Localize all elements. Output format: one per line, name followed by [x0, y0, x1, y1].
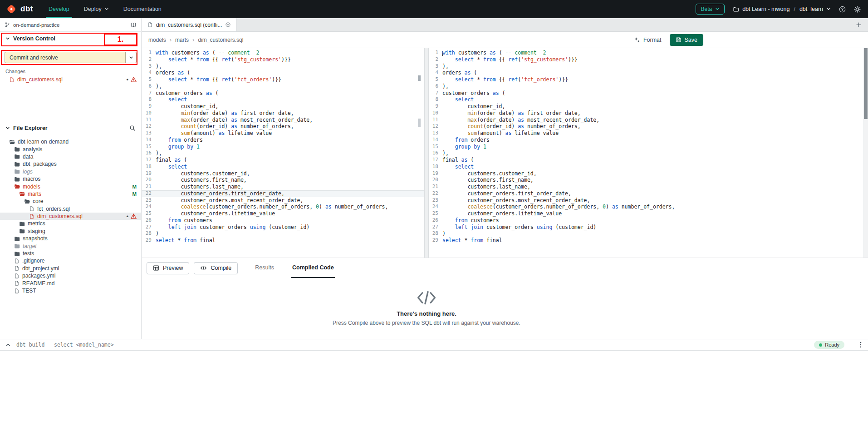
tree-item-dbt-learn-on-demand[interactable]: dbt-learn-on-demand	[0, 138, 141, 145]
tree-item-staging[interactable]: staging	[0, 228, 141, 235]
file-explorer-header[interactable]: File Explorer	[0, 121, 141, 134]
save-button[interactable]: Save	[670, 34, 704, 46]
code-line-12[interactable]: 12 count(order_id) as number_of_orders,	[142, 123, 424, 130]
scrollbar-thumb[interactable]	[864, 48, 868, 119]
nav-develop[interactable]: Develop	[41, 0, 77, 18]
code-line-12[interactable]: 12 count(order_id) as number_of_orders,	[429, 123, 868, 130]
tree-item-dim_customers.sql[interactable]: dim_customers.sql•	[0, 213, 141, 220]
settings-icon[interactable]	[854, 6, 861, 13]
code-line-13[interactable]: 13 sum(amount) as lifetime_value	[142, 130, 424, 137]
unsaved-indicator-icon[interactable]	[225, 22, 231, 28]
breadcrumb-item[interactable]: marts	[175, 37, 189, 43]
code-line-27[interactable]: 27 left join customer_orders using (cust…	[142, 224, 424, 231]
tree-item-analysis[interactable]: analysis	[0, 145, 141, 153]
code-line-17[interactable]: 17final as (	[429, 157, 868, 164]
code-line-29[interactable]: 29select * from final	[142, 237, 424, 244]
editor-pane-right[interactable]: 1with customers as ( -- comment 22 selec…	[429, 48, 868, 258]
code-line-2[interactable]: 2 select * from {{ ref('stg_customers')}…	[429, 56, 868, 63]
commit-and-resolve-button[interactable]: Commit and resolve	[5, 52, 125, 63]
code-line-5[interactable]: 5 select * from {{ ref('fct_orders')}}	[142, 76, 424, 83]
code-line-6[interactable]: 6),	[429, 83, 868, 90]
code-line-9[interactable]: 9 customer_id,	[429, 103, 868, 110]
code-line-19[interactable]: 19 customers.customer_id,	[142, 170, 424, 177]
code-line-17[interactable]: 17final as (	[142, 157, 424, 164]
tree-item-TEST[interactable]: TEST	[0, 287, 141, 294]
code-line-8[interactable]: 8 select	[142, 96, 424, 103]
breadcrumb-item[interactable]: dim_customers.sql	[198, 37, 243, 43]
tree-item-data[interactable]: data	[0, 153, 141, 160]
version-control-header[interactable]: Version Control	[0, 32, 141, 45]
code-line-15[interactable]: 15 group by 1	[142, 144, 424, 150]
dbt-logo[interactable]: dbt	[0, 4, 41, 14]
account-switcher[interactable]: dbt Learn - mwong / dbt_learn	[733, 6, 831, 12]
code-line-10[interactable]: 10 min(order_date) as first_order_date,	[142, 110, 424, 117]
tree-item-logs[interactable]: logs	[0, 168, 141, 175]
code-line-28[interactable]: 28)	[429, 230, 868, 237]
code-line-14[interactable]: 14 from orders	[429, 137, 868, 144]
code-line-4[interactable]: 4orders as (	[142, 70, 424, 76]
nav-deploy[interactable]: Deploy	[77, 0, 116, 18]
tree-item-metrics[interactable]: metrics	[0, 220, 141, 227]
changed-file[interactable]: dim_customers.sql•	[0, 75, 141, 84]
code-line-28[interactable]: 28)	[142, 230, 424, 237]
tree-item-.gitignore[interactable]: .gitignore	[0, 257, 141, 264]
code-line-24[interactable]: 24 coalesce(customer_orders.number_of_or…	[429, 204, 868, 210]
nav-documentation[interactable]: Documentation	[116, 0, 169, 18]
help-icon[interactable]	[839, 6, 846, 13]
code-line-14[interactable]: 14 from orders	[142, 137, 424, 144]
code-line-21[interactable]: 21 customers.last_name,	[429, 184, 868, 190]
tree-item-dbt_project.yml[interactable]: dbt_project.yml	[0, 265, 141, 272]
tree-item-models[interactable]: modelsM	[0, 183, 141, 190]
tree-item-core[interactable]: core	[0, 198, 141, 205]
format-button[interactable]: Format	[634, 37, 662, 43]
tree-item-README.md[interactable]: README.md	[0, 279, 141, 287]
code-line-11[interactable]: 11 max(order_date) as most_recent_order_…	[142, 117, 424, 124]
breadcrumb-item[interactable]: models	[148, 37, 166, 43]
code-line-16[interactable]: 16),	[429, 150, 868, 157]
new-tab-icon[interactable]	[856, 22, 862, 28]
tree-item-marts[interactable]: martsM	[0, 190, 141, 198]
tree-item-dbt_packages[interactable]: dbt_packages	[0, 160, 141, 168]
docs-icon[interactable]	[130, 22, 137, 28]
code-line-20[interactable]: 20 customers.first_name,	[142, 177, 424, 184]
beta-selector[interactable]: Beta	[696, 4, 725, 15]
code-line-2[interactable]: 2 select * from {{ ref('stg_customers')}…	[142, 56, 424, 63]
tab-dim-customers[interactable]: dim_customers.sql (confli...	[142, 18, 237, 31]
code-line-1[interactable]: 1with customers as ( -- comment 2	[142, 50, 424, 56]
code-line-20[interactable]: 20 customers.first_name,	[429, 177, 868, 184]
code-line-25[interactable]: 25 customer_orders.lifetime_value	[429, 210, 868, 217]
tab-results[interactable]: Results	[254, 258, 275, 278]
code-line-18[interactable]: 18 select	[429, 164, 868, 170]
code-line-22[interactable]: 22 customer_orders.first_order_date,	[142, 190, 424, 197]
code-line-7[interactable]: 7customer_orders as (	[142, 90, 424, 97]
editor-pane-left[interactable]: 1with customers as ( -- comment 22 selec…	[142, 48, 424, 258]
tab-compiled-code[interactable]: Compiled Code	[291, 258, 335, 278]
command-input[interactable]: dbt build --select <model_name>	[16, 342, 114, 348]
tree-item-packages.yml[interactable]: packages.yml	[0, 272, 141, 279]
tree-item-target[interactable]: target	[0, 242, 141, 249]
code-line-7[interactable]: 7customer_orders as (	[429, 90, 868, 97]
more-options-icon[interactable]	[860, 342, 862, 348]
code-line-21[interactable]: 21 customers.last_name,	[142, 184, 424, 190]
code-line-16[interactable]: 16),	[142, 150, 424, 157]
code-line-26[interactable]: 26 from customers	[142, 217, 424, 224]
code-line-15[interactable]: 15 group by 1	[429, 144, 868, 150]
tree-item-snapshots[interactable]: snapshots	[0, 235, 141, 242]
tree-item-tests[interactable]: tests	[0, 250, 141, 257]
code-line-27[interactable]: 27 left join customer_orders using (cust…	[429, 224, 868, 231]
search-icon[interactable]	[129, 125, 136, 131]
code-line-6[interactable]: 6),	[142, 83, 424, 90]
compile-button[interactable]: Compile	[194, 262, 238, 274]
code-line-25[interactable]: 25 customer_orders.lifetime_value	[142, 210, 424, 217]
code-line-4[interactable]: 4orders as (	[429, 70, 868, 76]
commit-options-button[interactable]	[125, 52, 137, 63]
code-line-18[interactable]: 18 select	[142, 164, 424, 170]
code-line-9[interactable]: 9 customer_id,	[142, 103, 424, 110]
code-line-1[interactable]: 1with customers as ( -- comment 2	[429, 50, 868, 56]
scrollbar[interactable]	[863, 48, 868, 258]
tree-item-fct_orders.sql[interactable]: fct_orders.sql	[0, 205, 141, 213]
code-line-19[interactable]: 19 customers.customer_id,	[429, 170, 868, 177]
code-line-3[interactable]: 3),	[429, 63, 868, 70]
code-line-24[interactable]: 24 coalesce(customer_orders.number_of_or…	[142, 204, 424, 210]
code-line-22[interactable]: 22 customer_orders.first_order_date,	[429, 190, 868, 197]
